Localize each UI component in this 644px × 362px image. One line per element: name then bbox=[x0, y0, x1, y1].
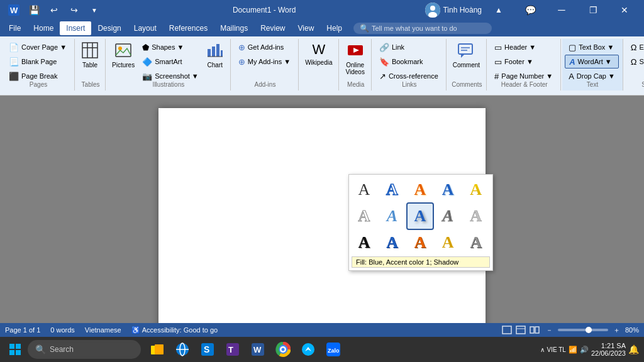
zoom-level[interactable]: 80% bbox=[625, 326, 639, 334]
zoom-out-icon[interactable]: － bbox=[546, 326, 553, 335]
wordart-style-dark-3d[interactable]: A bbox=[435, 204, 460, 229]
my-addins-button[interactable]: ⊕ My Add-ins ▼ bbox=[235, 55, 294, 69]
comment-button[interactable]: 💬 bbox=[516, 0, 545, 20]
taskbar-app-store[interactable]: S bbox=[196, 338, 219, 361]
wordart-style-blue-outline[interactable]: A bbox=[379, 177, 404, 202]
link-icon: 🔗 bbox=[379, 43, 389, 52]
menu-insert[interactable]: Insert bbox=[60, 21, 91, 35]
wordart-style-black-bold[interactable]: A bbox=[352, 230, 377, 255]
menu-file[interactable]: File bbox=[3, 21, 27, 35]
taskbar-right: ∧ VIE TL 📶 🔊 1:21 SA 22/06/2023 🔔 bbox=[540, 342, 639, 357]
zoom-in-icon[interactable]: ＋ bbox=[613, 326, 620, 335]
wordart-style-blue-3d[interactable]: A bbox=[435, 177, 460, 202]
taskbar-app-zalo[interactable]: Zalo bbox=[322, 338, 345, 361]
header-button[interactable]: ▭ Header ▼ bbox=[491, 40, 557, 54]
symbol-button[interactable]: Ω Symbol ▼ bbox=[627, 55, 644, 69]
wordart-style-plain[interactable]: A bbox=[352, 177, 377, 202]
wordart-style-silver[interactable]: A bbox=[464, 230, 489, 255]
cover-page-button[interactable]: 📄 Cover Page ▼ bbox=[5, 40, 70, 54]
taskbar-app-messenger[interactable] bbox=[297, 338, 319, 361]
equation-button[interactable]: Ω Equation ▼ bbox=[627, 40, 644, 54]
notification-icon[interactable]: 🔔 bbox=[628, 344, 639, 354]
online-videos-button[interactable]: OnlineVideos bbox=[343, 40, 367, 77]
read-mode-view-button[interactable] bbox=[528, 325, 541, 335]
ribbon-group-header-footer: ▭ Header ▼ ▭ Footer ▼ # Page Number ▼ He… bbox=[488, 39, 561, 90]
save-button[interactable]: 💾 bbox=[25, 3, 43, 18]
chart-button[interactable]: Chart bbox=[204, 40, 226, 70]
menu-help[interactable]: Help bbox=[320, 21, 348, 35]
customize-quick-access[interactable]: ▼ bbox=[86, 3, 103, 18]
ribbon-group-illustrations: Pictures ⬟ Shapes ▼ 🔷 SmartArt 📷 Screens… bbox=[107, 39, 231, 90]
user-section[interactable]: Tinh Hoàng bbox=[425, 3, 482, 18]
tray-expand-icon[interactable]: ∧ bbox=[540, 346, 545, 353]
table-button[interactable]: Table bbox=[79, 40, 101, 70]
menu-mailings[interactable]: Mailings bbox=[214, 21, 254, 35]
shapes-button[interactable]: ⬟ Shapes ▼ bbox=[138, 40, 203, 54]
taskbar-app-chrome[interactable] bbox=[272, 338, 294, 361]
wordart-icon: A bbox=[569, 57, 575, 67]
svg-rect-23 bbox=[516, 326, 525, 334]
wordart-button[interactable]: A WordArt ▼ bbox=[565, 55, 619, 69]
menu-review[interactable]: Review bbox=[254, 21, 291, 35]
svg-point-3 bbox=[430, 6, 435, 11]
page-number-label: Page Number ▼ bbox=[501, 72, 553, 80]
wikipedia-button[interactable]: W Wikipedia bbox=[303, 40, 335, 67]
blank-page-label: Blank Page bbox=[21, 58, 57, 65]
undo-button[interactable]: ↩ bbox=[45, 3, 63, 18]
comment-ribbon-button[interactable]: Comment bbox=[450, 40, 482, 70]
accessibility-text: Accessibility: Good to go bbox=[142, 326, 218, 334]
taskbar-app-teams[interactable]: T bbox=[221, 338, 244, 361]
wordart-style-blue-bold[interactable]: A bbox=[379, 230, 404, 255]
redo-button[interactable]: ↪ bbox=[65, 3, 83, 18]
taskbar-app-browser[interactable] bbox=[171, 338, 194, 361]
taskbar-app-files[interactable] bbox=[146, 338, 169, 361]
taskbar-clock[interactable]: 1:21 SA 22/06/2023 bbox=[591, 342, 626, 357]
wifi-icon[interactable]: 📶 bbox=[569, 346, 577, 354]
close-button[interactable]: ✕ bbox=[610, 0, 639, 20]
get-addins-button[interactable]: ⊕ Get Add-ins bbox=[235, 40, 294, 54]
web-layout-view-button[interactable] bbox=[514, 325, 527, 335]
menu-home[interactable]: Home bbox=[27, 21, 60, 35]
footer-button[interactable]: ▭ Footer ▼ bbox=[491, 55, 557, 69]
zoom-slider[interactable] bbox=[558, 329, 608, 331]
minimize-button[interactable]: ─ bbox=[547, 0, 576, 20]
taskbar-search[interactable]: 🔍 Search bbox=[28, 340, 141, 359]
wordart-style-light-blue[interactable]: A bbox=[379, 204, 404, 229]
wordart-style-blue-gold-mix[interactable]: A bbox=[435, 230, 460, 255]
svg-rect-29 bbox=[9, 350, 14, 355]
ribbon-group-tables: Table Tables bbox=[76, 39, 106, 90]
accessibility-status[interactable]: ♿ Accessibility: Good to go bbox=[131, 326, 218, 334]
wordart-style-light-gray-fill[interactable]: A bbox=[464, 204, 489, 229]
wordart-style-orange-bold[interactable]: A bbox=[408, 230, 433, 255]
ribbon-toggle-button[interactable]: ▲ bbox=[484, 0, 513, 20]
online-videos-icon bbox=[347, 41, 364, 60]
restore-button[interactable]: ❐ bbox=[579, 0, 608, 20]
start-button[interactable] bbox=[5, 339, 25, 359]
table-label: Table bbox=[82, 62, 97, 69]
wordart-style-gold[interactable]: A bbox=[464, 177, 489, 202]
pictures-label: Pictures bbox=[112, 62, 135, 69]
svg-rect-22 bbox=[502, 326, 511, 334]
blank-page-button[interactable]: 📃 Blank Page bbox=[5, 55, 70, 69]
menu-view[interactable]: View bbox=[292, 21, 321, 35]
wordart-style-orange-3d[interactable]: A bbox=[408, 177, 433, 202]
pictures-button[interactable]: Pictures bbox=[109, 40, 137, 70]
wordart-tooltip: Fill: Blue, Accent color 1; Shadow bbox=[352, 256, 490, 268]
print-layout-view-button[interactable] bbox=[501, 325, 513, 335]
menu-references[interactable]: References bbox=[163, 21, 214, 35]
smartart-button[interactable]: 🔷 SmartArt bbox=[138, 55, 203, 69]
word-logo[interactable]: W bbox=[5, 3, 23, 18]
tell-me-bar[interactable]: 🔍 Tell me what you want to do bbox=[353, 23, 492, 34]
system-tray: ∧ VIE TL 📶 🔊 bbox=[540, 346, 589, 354]
volume-icon[interactable]: 🔊 bbox=[580, 346, 589, 354]
bookmark-button[interactable]: 🔖 Bookmark bbox=[375, 55, 442, 69]
wordart-style-blue-shadow-selected[interactable]: A bbox=[408, 204, 433, 229]
text-box-button[interactable]: ▢ Text Box ▼ bbox=[565, 40, 619, 54]
menu-design[interactable]: Design bbox=[91, 21, 127, 35]
wordart-style-gray-outline[interactable]: A bbox=[352, 204, 377, 229]
language-indicator[interactable]: VIE TL bbox=[547, 346, 566, 353]
menu-layout[interactable]: Layout bbox=[128, 21, 163, 35]
link-button[interactable]: 🔗 Link bbox=[375, 40, 442, 54]
taskbar-app-word[interactable]: W bbox=[247, 338, 269, 361]
text-box-icon: ▢ bbox=[569, 43, 576, 52]
